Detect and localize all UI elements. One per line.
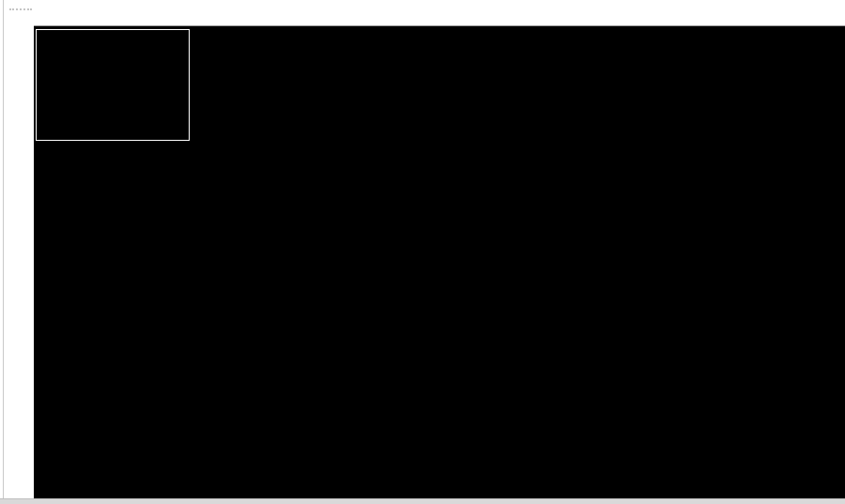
- legend-title: [37, 32, 189, 49]
- toolbar-grip[interactable]: [9, 8, 32, 10]
- graphics-toolbar: [8, 0, 34, 498]
- graphics-tab-bar: [34, 0, 845, 26]
- bottom-resize-strip[interactable]: [0, 498, 845, 504]
- plot-area[interactable]: [34, 26, 845, 498]
- residuals-legend: [36, 29, 190, 141]
- panel-splitter[interactable]: [0, 0, 8, 498]
- splitter-line: [3, 0, 4, 498]
